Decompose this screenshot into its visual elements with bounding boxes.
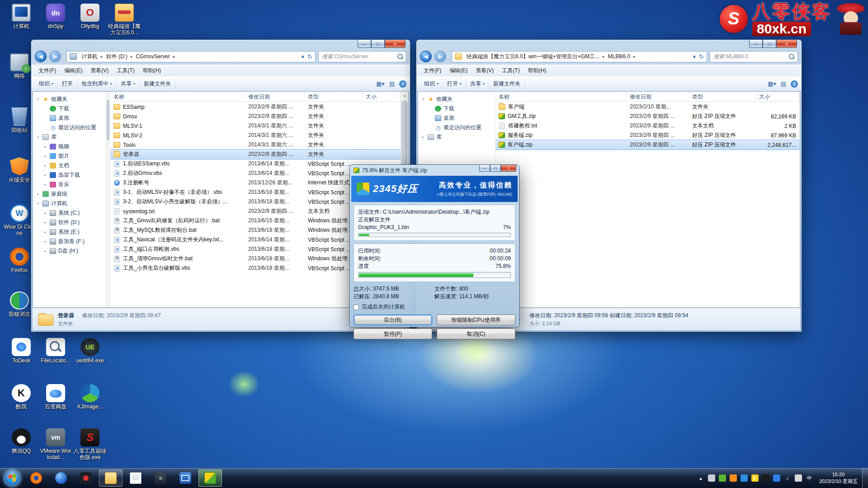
desktop-icon[interactable]: K酷我 (5, 384, 38, 410)
forward-button[interactable]: ▶ (434, 51, 446, 62)
twisty-icon[interactable]: ▾ (36, 135, 40, 139)
maximize-button[interactable]: □ (763, 40, 776, 48)
network-tray-icon[interactable] (795, 474, 802, 482)
hidden-icons-expander[interactable]: ▴ (697, 474, 704, 482)
nav-item[interactable]: 下载 (420, 104, 495, 113)
nav-item[interactable]: ▸视频 (35, 142, 110, 151)
twisty-icon[interactable]: ▾ (36, 97, 40, 101)
nav-item[interactable]: ▸软件 (D:) (35, 218, 110, 227)
column-header[interactable]: 名称 (495, 92, 627, 101)
address-dropdown-icon[interactable]: ▾ (302, 53, 305, 60)
breadcrumb-segment[interactable]: MLBB6.0 (605, 53, 633, 60)
column-header[interactable]: 大小 (756, 92, 799, 101)
search-input[interactable]: 搜索 CGmsvServer (318, 51, 406, 62)
menu-item[interactable]: 工具(T) (113, 66, 138, 76)
extract-dialog[interactable]: 75.8% 解压文件 客户端.zip – □ × 2345好压 高效专业，值得信… (350, 165, 519, 327)
minimize-button[interactable]: – (749, 40, 763, 48)
history-dropdown-icon[interactable]: ▾ (447, 55, 449, 59)
haozip-taskbar-button[interactable] (198, 469, 222, 487)
menu-item[interactable]: 工具(T) (498, 66, 523, 76)
remote-taskbar-button[interactable] (174, 469, 197, 487)
view-options-icon[interactable]: ▦▾ (768, 80, 776, 87)
twisty-icon[interactable]: ▾ (421, 97, 425, 101)
file-list[interactable]: 名称修改日期类型大小 客户端2023/2/10 星期...文件夹GM工具.zip… (495, 92, 800, 307)
dialog-button-智能限制CPU使用率[interactable]: 智能限制CPU使用率 (437, 314, 515, 325)
nav-item[interactable]: ▸家庭组 (35, 189, 110, 199)
ide-taskbar-button[interactable]: ≡ (149, 469, 172, 487)
twisty-icon[interactable]: ▸ (43, 211, 47, 215)
toolbar-新建文件夹[interactable]: 新建文件夹 (140, 79, 175, 89)
dialog-button-后台(B)[interactable]: 后台(B) (354, 314, 432, 325)
twisty-icon[interactable]: ▸ (43, 173, 47, 177)
search-input[interactable]: 搜索 MLBB6.0 (710, 51, 798, 62)
desktop-icon[interactable]: 腾讯QQ (5, 428, 38, 454)
nav-item[interactable]: 下载 (35, 104, 110, 113)
desktop-icon[interactable]: OOllydbg (73, 4, 107, 29)
toolbar-新建文件夹[interactable]: 新建文件夹 (489, 79, 525, 89)
desktop-icon[interactable]: vmVMware Workstati... (39, 428, 72, 461)
refresh-icon[interactable]: ↻ (307, 53, 312, 60)
nav-item[interactable]: ▸系统 (E:) (35, 227, 110, 237)
twisty-icon[interactable]: ▸ (36, 192, 40, 196)
forward-button[interactable]: ▶ (49, 51, 61, 62)
nav-item[interactable]: ▸迅雷下载 (35, 170, 110, 180)
nav-item[interactable]: ▾计算机 (35, 199, 110, 208)
file-row[interactable]: 客户端2023/2/10 星期...文件夹 (495, 102, 800, 112)
window-titlebar[interactable]: – □ × (31, 40, 410, 51)
history-dropdown-icon[interactable]: ▾ (62, 55, 64, 59)
breadcrumb-segment[interactable]: 计算机 (79, 53, 100, 61)
browser-tray-icon[interactable] (741, 474, 748, 482)
close-button[interactable]: × (385, 40, 406, 48)
back-button[interactable]: ◀ (35, 51, 47, 62)
volume-tray-icon[interactable]: ♪ (784, 474, 791, 482)
menu-item[interactable]: 查看(V) (87, 66, 112, 76)
twisty-icon[interactable]: ▸ (43, 230, 47, 234)
scroll-up-icon[interactable]: ▲ (401, 92, 408, 99)
refresh-icon[interactable]: ↻ (699, 53, 704, 60)
column-header[interactable]: 修改日期 (245, 92, 305, 101)
haozip-tray-icon[interactable] (719, 474, 726, 482)
twisty-icon[interactable]: ▸ (43, 221, 47, 225)
nav-item[interactable]: ▸系统 (C:) (35, 208, 110, 218)
menu-item[interactable]: 帮助(H) (524, 66, 550, 76)
recorder-taskbar-button[interactable] (74, 469, 98, 487)
browser-taskbar-button[interactable] (49, 469, 73, 487)
nav-item[interactable]: 最近访问的位置 (35, 123, 110, 132)
dialog-close-button[interactable]: × (501, 165, 516, 172)
input-method-tray-icon[interactable]: 中 (806, 474, 813, 482)
nav-item[interactable]: ▾收藏夹 (420, 94, 495, 104)
nav-item[interactable]: 桌面 (35, 113, 110, 123)
shutdown-checkbox[interactable] (354, 305, 359, 310)
help-icon[interactable]: ? (791, 80, 798, 88)
dialog-maximize-button[interactable]: □ (490, 165, 501, 172)
toolbar-打开[interactable]: 打开▾ (443, 79, 466, 89)
window-titlebar[interactable]: – □ × (416, 40, 802, 51)
twisty-icon[interactable]: ▸ (421, 135, 425, 139)
toolbar-共享[interactable]: 共享▾ (466, 79, 489, 89)
column-headers[interactable]: 名称修改日期类型大小 (110, 92, 401, 102)
column-header[interactable]: 大小 (363, 92, 392, 101)
nav-item[interactable]: 桌面 (420, 113, 495, 123)
column-header[interactable]: 类型 (689, 92, 756, 101)
menu-item[interactable]: 编辑(E) (446, 66, 471, 76)
nav-item[interactable]: 最近访问的位置 (420, 123, 495, 132)
firefox-taskbar-button[interactable] (24, 469, 48, 487)
desktop-icon[interactable]: 百度网盘 (39, 384, 72, 410)
file-row[interactable]: Tools2014/3/1 星期六 ...文件夹 (110, 140, 401, 150)
view-options-icon[interactable]: ▦▾ (376, 80, 385, 87)
file-row[interactable]: MLSV-22014/3/1 星期六 ...文件夹 (110, 131, 401, 140)
dialog-button-取消(C)[interactable]: 取消(C) (437, 328, 515, 339)
taskbar[interactable]: ≡ ▴K♪中 15:20 2023/2/10 星期五 (0, 468, 868, 488)
toolbar-打开[interactable]: 打开 (58, 79, 77, 89)
toolbar-共享[interactable]: 共享▾ (117, 79, 140, 89)
dialog-minimize-button[interactable]: – (479, 165, 490, 172)
desktop-icon[interactable]: FileLocato... (39, 338, 72, 364)
file-row[interactable]: 客户端.zip2023/2/9 星期四 ...好压 ZIP 压缩文件2,248,… (495, 140, 800, 150)
file-row[interactable]: MLSV-12014/3/1 星期六 ...文件夹 (110, 121, 401, 131)
toolbar-组织[interactable]: 组织▾ (35, 79, 58, 89)
show-desktop-button[interactable] (862, 468, 868, 488)
menu-item[interactable]: 文件(F) (35, 66, 60, 76)
printer-tray-icon[interactable] (708, 474, 715, 482)
minimize-button[interactable]: – (358, 40, 371, 48)
column-header[interactable]: 名称 (110, 92, 245, 101)
